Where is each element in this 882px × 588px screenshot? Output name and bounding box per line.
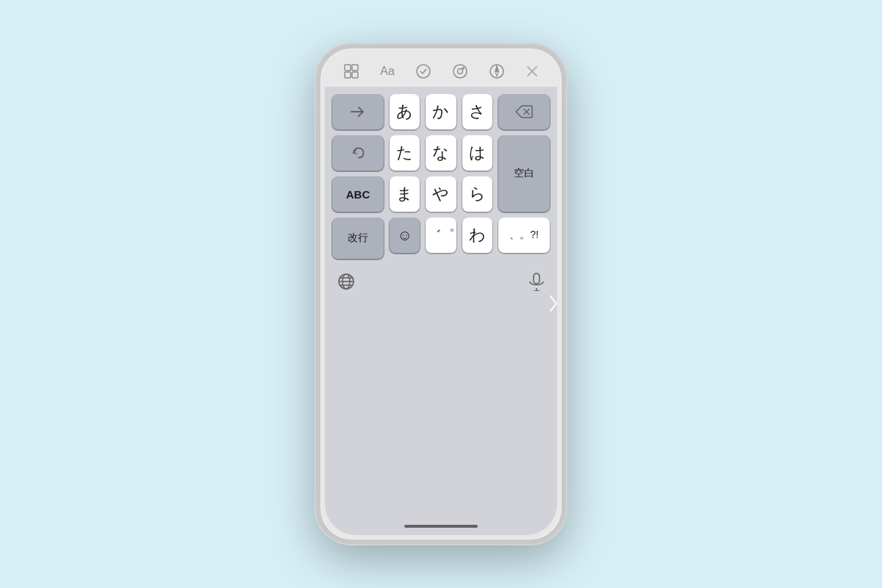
svg-marker-10 <box>495 71 498 76</box>
svg-point-5 <box>453 65 467 78</box>
svg-rect-2 <box>345 72 351 78</box>
key-arrow[interactable] <box>332 94 384 129</box>
key-wa[interactable]: わ <box>462 218 492 253</box>
key-na[interactable]: な <box>426 135 456 171</box>
key-abc[interactable]: ABC <box>332 176 384 212</box>
keyboard-grid: あ か さ た <box>329 91 553 262</box>
home-indicator <box>404 525 478 528</box>
key-ha[interactable]: は <box>462 135 492 171</box>
svg-point-6 <box>457 69 462 74</box>
svg-rect-0 <box>345 65 351 71</box>
key-ma[interactable]: ま <box>390 176 420 212</box>
key-punct[interactable]: 、。?! <box>498 218 550 253</box>
svg-marker-9 <box>495 66 498 71</box>
phone-screen: Aa <box>325 53 557 535</box>
key-ra[interactable]: ら <box>462 176 492 212</box>
key-sa[interactable]: さ <box>462 94 492 129</box>
key-a[interactable]: あ <box>390 94 420 129</box>
svg-point-4 <box>417 65 430 78</box>
close-icon[interactable] <box>526 65 539 78</box>
compass-icon[interactable] <box>489 63 505 79</box>
key-emoji[interactable]: ☺ <box>390 218 420 253</box>
svg-point-7 <box>462 68 464 69</box>
key-delete[interactable] <box>498 94 550 129</box>
grid-icon[interactable] <box>343 63 359 79</box>
camera-icon[interactable] <box>452 63 468 79</box>
key-ta[interactable]: た <box>390 135 420 171</box>
check-circle-icon[interactable] <box>415 63 431 79</box>
globe-icon[interactable] <box>337 272 356 295</box>
phone-frame: Aa <box>316 44 566 544</box>
keyboard-chevron[interactable] <box>548 293 557 318</box>
toolbar: Aa <box>325 53 557 87</box>
key-return[interactable]: 改行 <box>332 218 384 259</box>
key-undo[interactable] <box>332 135 384 171</box>
svg-rect-3 <box>352 72 358 78</box>
font-icon[interactable]: Aa <box>380 65 395 78</box>
microphone-icon[interactable] <box>528 272 545 295</box>
svg-rect-1 <box>352 65 358 71</box>
svg-rect-21 <box>534 273 539 284</box>
home-indicator-area <box>325 525 557 535</box>
key-ka[interactable]: か <box>426 94 456 129</box>
key-ya[interactable]: や <box>426 176 456 212</box>
keyboard-bottom-bar <box>329 266 553 300</box>
key-space[interactable]: 空白 <box>498 135 550 212</box>
key-dakuten[interactable]: ゛゜ <box>426 218 456 253</box>
